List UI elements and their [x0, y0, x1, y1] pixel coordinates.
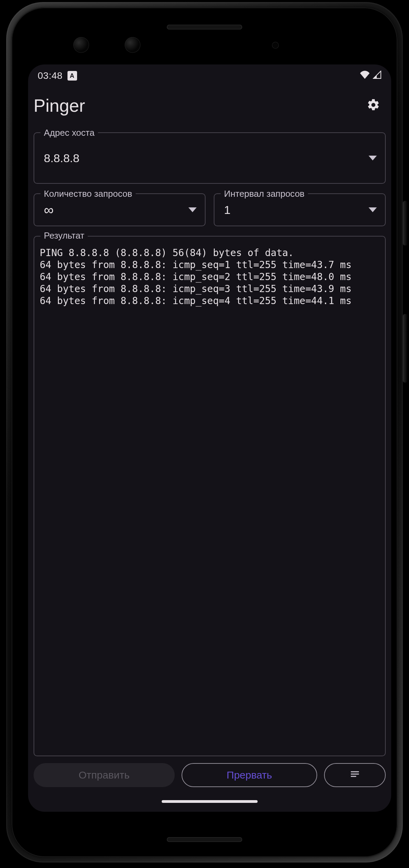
content: Адрес хоста 8.8.8.8 Количество запросов …: [28, 124, 391, 756]
device-frame: 03:48 A Pinger: [6, 2, 403, 863]
settings-button[interactable]: [364, 96, 383, 115]
earpiece-top: [167, 25, 242, 29]
host-field: Адрес хоста 8.8.8.8: [34, 132, 386, 184]
host-label: Адрес хоста: [40, 128, 98, 138]
proximity-sensor: [272, 42, 279, 49]
gesture-nav-handle[interactable]: [162, 800, 258, 803]
send-button-label: Отправить: [79, 769, 130, 781]
abort-button-label: Прервать: [227, 769, 272, 781]
screen: 03:48 A Pinger: [28, 64, 391, 812]
chevron-down-icon: [188, 207, 197, 212]
chevron-down-icon: [369, 207, 377, 212]
gear-icon: [367, 98, 380, 113]
bottom-actions: Отправить Прервать: [28, 756, 391, 798]
app-title: Pinger: [34, 95, 85, 116]
request-interval-label: Интервал запросов: [221, 189, 308, 199]
device-bezel: 03:48 A Pinger: [12, 8, 397, 857]
power-button[interactable]: [403, 201, 408, 245]
request-count-label: Количество запросов: [40, 189, 136, 199]
host-dropdown[interactable]: 8.8.8.8: [34, 132, 386, 184]
cellular-signal-icon: [373, 70, 382, 81]
status-bar: 03:48 A: [28, 64, 391, 87]
volume-button[interactable]: [403, 314, 408, 383]
result-output[interactable]: PING 8.8.8.8 (8.8.8.8) 56(84) bytes of d…: [34, 236, 386, 756]
request-count-value: ∞: [44, 202, 54, 218]
front-camera-1: [73, 37, 89, 53]
app-bar: Pinger: [28, 87, 391, 124]
request-interval-field: Интервал запросов 1: [214, 193, 386, 226]
status-time: 03:48: [38, 70, 63, 81]
earpiece-bottom: [167, 837, 242, 842]
more-button[interactable]: [324, 763, 386, 787]
request-interval-value: 1: [224, 203, 231, 217]
wifi-icon: [360, 70, 370, 81]
options-row: Количество запросов ∞ Интервал запросов …: [34, 193, 386, 226]
front-camera-2: [125, 37, 140, 53]
navigation-bar: [28, 798, 391, 812]
host-value: 8.8.8.8: [44, 152, 79, 165]
result-label: Результат: [40, 230, 88, 241]
notes-icon: [349, 769, 360, 782]
keyboard-language-icon: A: [67, 71, 77, 81]
abort-button[interactable]: Прервать: [182, 763, 317, 787]
request-count-field: Количество запросов ∞: [34, 193, 206, 226]
chevron-down-icon: [369, 156, 377, 160]
send-button[interactable]: Отправить: [34, 763, 175, 787]
result-field: Результат PING 8.8.8.8 (8.8.8.8) 56(84) …: [34, 236, 386, 756]
